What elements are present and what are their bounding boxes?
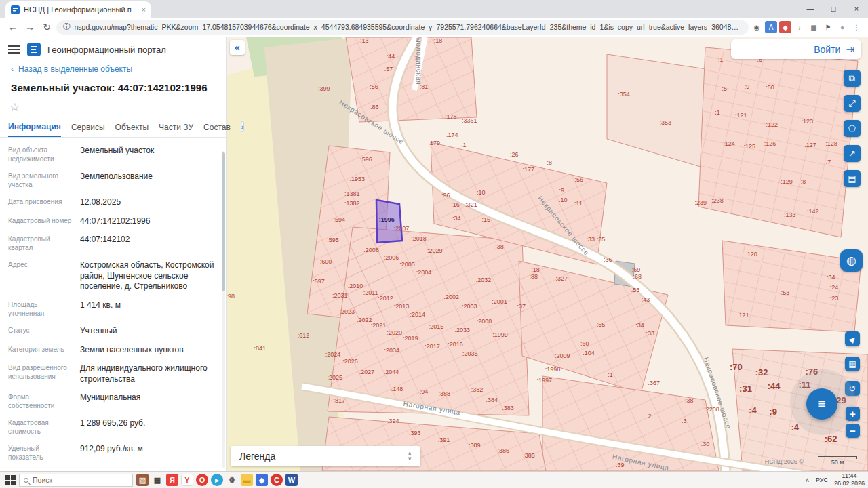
sound-icon[interactable]: ◉ (751, 21, 763, 33)
parcel-label[interactable]: :1 (715, 109, 720, 116)
parcel-label[interactable]: :98 (227, 293, 235, 300)
thumbnail-icon[interactable]: ▨ (136, 474, 149, 486)
taskview-icon[interactable]: ▦ (151, 474, 163, 486)
parcel-label[interactable]: :18 (434, 37, 443, 44)
parcel-label[interactable]: :841 (254, 345, 266, 352)
tab-close-icon[interactable]: × (142, 5, 146, 14)
parcel-label[interactable]: :39 (616, 462, 625, 468)
parcel-label[interactable]: :44 (768, 380, 781, 390)
parcel-label[interactable]: :2031 (332, 292, 348, 299)
parcel-label[interactable]: :53 (781, 289, 790, 296)
parcel-label[interactable]: :612 (298, 332, 310, 339)
parcel-label[interactable]: :2 (646, 413, 652, 420)
parcel-label[interactable]: :383 (502, 405, 514, 411)
parcel-label[interactable]: :327 (556, 275, 568, 282)
flag-icon[interactable]: ⚑ (822, 21, 834, 33)
chat-button[interactable]: ≡ (806, 388, 837, 420)
parcel-label[interactable]: :38 (495, 243, 504, 250)
parcel-label[interactable]: :1 (608, 371, 613, 378)
parcel-label[interactable]: :148 (391, 386, 403, 392)
parcel-label[interactable]: :8 (801, 178, 806, 185)
parcel-label[interactable]: :2024 (326, 351, 341, 358)
parcel-label[interactable]: :3 (682, 418, 687, 424)
basemap-button[interactable]: ▦ (845, 357, 860, 371)
share-button[interactable]: ↗ (844, 145, 861, 162)
parcel-label[interactable]: :43 (642, 296, 650, 303)
parcel-label[interactable]: :367 (648, 380, 660, 386)
parcel-label[interactable]: :36 (604, 256, 612, 263)
parcel-label[interactable]: :56 (575, 176, 584, 183)
telegram-icon[interactable]: ▸ (211, 474, 223, 486)
parcel-label[interactable]: :62 (825, 434, 837, 444)
parcel-label[interactable]: :69 (632, 266, 641, 273)
parcel-label[interactable]: :2019 (403, 335, 418, 342)
parcel-label[interactable]: :60 (580, 340, 589, 347)
parcel-label[interactable]: :386 (498, 447, 510, 454)
parcel-label[interactable]: :7 (826, 159, 831, 165)
map-area[interactable]: ЗамолодинскаяНекрасовское шоссеНекрасовс… (227, 37, 868, 471)
parcel-label[interactable]: :1381 (344, 190, 360, 197)
parcel-label[interactable]: :15 (482, 216, 491, 223)
parcel-label[interactable]: :354 (618, 91, 630, 98)
c-app-icon[interactable]: C (271, 474, 283, 486)
yandex-browser-icon[interactable]: Я (166, 474, 178, 486)
parcel-label[interactable]: :126 (764, 140, 776, 147)
profile-icon[interactable]: ● (836, 21, 848, 33)
parcel-label[interactable]: :2006 (384, 254, 399, 261)
yandex-search-icon[interactable]: Y (181, 474, 193, 486)
print-button[interactable]: ▤ (844, 170, 861, 187)
parcel-label[interactable]: :321 (465, 201, 477, 208)
parcel-label[interactable]: :394 (387, 418, 399, 424)
parcel-label[interactable]: :44 (387, 53, 395, 60)
parcel-label[interactable]: :388 (439, 390, 451, 397)
site-info-icon[interactable]: ⓘ (63, 22, 71, 32)
parcel-label[interactable]: :238 (711, 197, 724, 204)
tabs-more-button[interactable]: › (241, 121, 245, 132)
ruler-button[interactable]: ⤢ (844, 95, 861, 112)
parcel-label[interactable]: :35 (597, 236, 606, 243)
browser-reload-button[interactable]: ↻ (39, 22, 54, 33)
tab-Объекты[interactable]: Объекты (115, 117, 149, 136)
zoom-in-button[interactable]: + (846, 407, 860, 421)
parcel-label[interactable]: :178 (445, 113, 457, 120)
parcel-label[interactable]: :382 (471, 386, 484, 393)
gallery-icon[interactable]: ▦ (808, 21, 820, 33)
parcel-label[interactable]: :133 (784, 211, 796, 218)
parcel-label[interactable]: :23 (830, 295, 839, 302)
browser-forward-button[interactable]: → (22, 22, 37, 33)
parcel-label[interactable]: :142 (807, 208, 819, 215)
parcel-label[interactable]: :594 (334, 216, 346, 223)
parcel-label[interactable]: :56 (370, 83, 378, 90)
parcel-label[interactable]: :2002 (443, 293, 459, 300)
login-bar[interactable]: Войти ⇥ (731, 39, 861, 59)
opera-icon[interactable]: O (196, 474, 208, 486)
parcel-label[interactable]: :125 (743, 143, 755, 150)
settings-icon[interactable]: ⚙ (226, 474, 238, 486)
parcel-label[interactable]: :2014 (410, 311, 425, 318)
parcel-label[interactable]: :13 (360, 37, 369, 44)
parcel-label[interactable]: :70 (730, 361, 743, 371)
parcel-label[interactable]: :2035 (462, 350, 478, 357)
tab-Части ЗУ[interactable]: Части ЗУ (159, 117, 193, 136)
parcel-label[interactable]: :10 (559, 197, 568, 203)
parcel-label[interactable]: :104 (583, 350, 595, 357)
parcel-label[interactable]: :8 (547, 159, 553, 166)
parcel-label[interactable]: :1 (718, 56, 724, 63)
parcel-label[interactable]: :1382 (344, 200, 360, 207)
parcel-label[interactable]: :121 (737, 312, 749, 319)
language-indicator[interactable]: РУС (816, 476, 828, 483)
parcel-label[interactable]: :4 (749, 405, 757, 415)
parcel-label[interactable]: :174 (446, 131, 458, 138)
parcel-label[interactable]: :399 (318, 85, 330, 92)
parcel-label[interactable]: :2018 (411, 235, 427, 242)
download-icon[interactable]: ↓ (793, 21, 806, 33)
parcel-label[interactable]: :239 (695, 199, 707, 206)
parcel-label[interactable]: :81 (420, 83, 429, 90)
sidebar-scrollbar-thumb[interactable] (222, 152, 225, 291)
parcel-label[interactable]: :96 (441, 192, 450, 199)
parcel-label[interactable]: :2017 (425, 343, 440, 350)
parcel-label[interactable]: :128 (825, 140, 837, 147)
parcel-label[interactable]: :5 (722, 85, 728, 92)
measure-area-button[interactable]: ⬠ (844, 120, 861, 137)
tab-Сервисы[interactable]: Сервисы (71, 117, 105, 136)
